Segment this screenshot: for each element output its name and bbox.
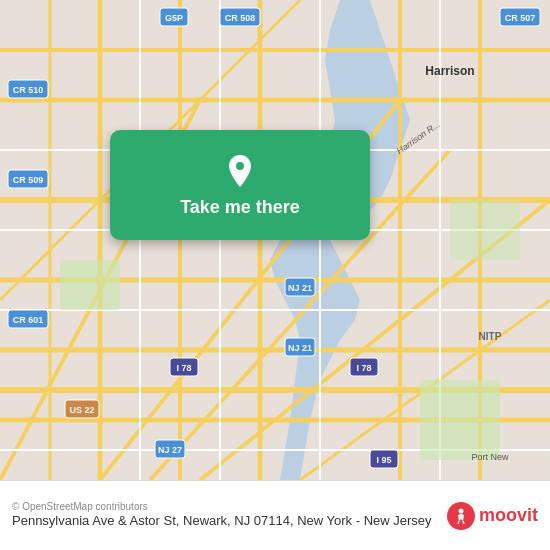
info-bar: © OpenStreetMap contributors Pennsylvani… [0,480,550,550]
moovit-person-icon [452,507,470,525]
svg-point-61 [236,162,244,170]
location-pin-icon [222,153,258,189]
address-text: Pennsylvania Ave & Astor St, Newark, NJ … [12,512,439,530]
take-me-there-banner[interactable]: Take me there [110,130,370,240]
svg-rect-59 [450,200,520,260]
svg-text:CR 510: CR 510 [13,85,44,95]
svg-text:I 95: I 95 [376,455,391,465]
svg-text:NJ 27: NJ 27 [158,445,182,455]
svg-text:I 78: I 78 [176,363,191,373]
map-background: CR 507 CR 508 CR 510 CR 509 CR 601 NJ 21… [0,0,550,480]
svg-line-64 [463,521,464,524]
svg-text:US 22: US 22 [69,405,94,415]
moovit-icon [447,502,475,530]
moovit-name: moovit [479,505,538,526]
svg-text:Harrison: Harrison [425,64,474,78]
svg-text:G5P: G5P [165,13,183,23]
svg-text:I 78: I 78 [356,363,371,373]
svg-text:CR 509: CR 509 [13,175,44,185]
svg-text:CR 507: CR 507 [505,13,536,23]
svg-rect-58 [60,260,120,310]
svg-text:NITP: NITP [479,331,502,342]
svg-text:CR 508: CR 508 [225,13,256,23]
svg-rect-57 [420,380,500,460]
svg-text:NJ 21: NJ 21 [288,283,312,293]
moovit-logo: moovit [447,502,538,530]
address-block: © OpenStreetMap contributors Pennsylvani… [12,501,439,530]
svg-line-63 [458,521,459,524]
svg-text:NJ 21: NJ 21 [288,343,312,353]
map-container: CR 507 CR 508 CR 510 CR 509 CR 601 NJ 21… [0,0,550,480]
osm-credit: © OpenStreetMap contributors [12,501,439,512]
banner-label: Take me there [180,197,300,218]
svg-point-62 [458,508,463,513]
svg-text:Port New: Port New [471,452,509,462]
svg-text:CR 601: CR 601 [13,315,44,325]
